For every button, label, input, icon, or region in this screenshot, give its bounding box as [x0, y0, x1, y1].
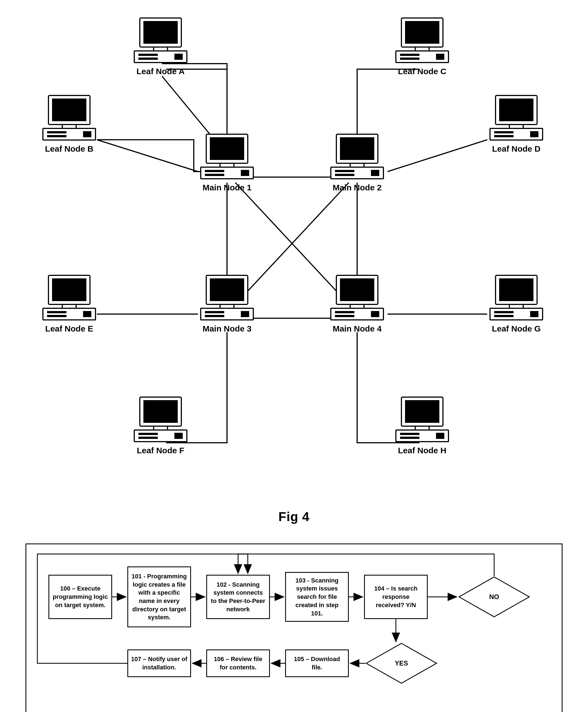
node-label: Main Node 2: [322, 183, 392, 192]
svg-rect-57: [205, 311, 224, 313]
svg-rect-64: [335, 311, 354, 313]
svg-rect-19: [52, 99, 86, 121]
svg-rect-26: [405, 22, 439, 43]
svg-rect-69: [62, 304, 76, 308]
computer-icon: [126, 17, 195, 65]
svg-rect-16: [139, 58, 158, 60]
fig4-network-diagram: Leaf Node A Leaf Node B Leaf Node C: [17, 17, 571, 501]
step-text: 107 – Notify user of installation.: [131, 655, 187, 671]
svg-rect-92: [400, 433, 419, 435]
svg-rect-94: [436, 433, 444, 439]
step-text: 106 – Review file for contents.: [210, 655, 266, 671]
svg-rect-86: [494, 315, 513, 317]
svg-rect-31: [436, 54, 444, 60]
svg-rect-66: [371, 311, 379, 317]
main-node-2: Main Node 2: [322, 133, 392, 192]
leaf-node-c: Leaf Node C: [387, 17, 457, 76]
computer-icon: [482, 94, 551, 143]
node-label: Leaf Node A: [126, 67, 195, 76]
svg-rect-30: [400, 58, 419, 60]
node-label: Main Node 3: [192, 324, 261, 333]
leaf-node-f: Leaf Node F: [126, 396, 195, 455]
step-100: 100 – Execute programming logic on targe…: [48, 575, 112, 619]
svg-line-8: [387, 140, 487, 172]
main-node-1: Main Node 1: [192, 133, 261, 192]
svg-rect-59: [241, 311, 249, 317]
node-label: Leaf Node C: [387, 67, 457, 76]
svg-rect-51: [335, 174, 354, 176]
svg-rect-17: [174, 54, 183, 60]
svg-rect-24: [83, 131, 91, 137]
step-107: 107 – Notify user of installation.: [127, 649, 191, 677]
svg-rect-15: [139, 54, 158, 56]
node-label: Leaf Node H: [387, 446, 457, 455]
svg-rect-37: [494, 135, 513, 137]
step-106: 106 – Review file for contents.: [206, 649, 270, 677]
svg-rect-34: [509, 125, 523, 128]
svg-rect-52: [371, 170, 379, 176]
svg-rect-47: [340, 138, 374, 159]
svg-rect-58: [205, 315, 224, 317]
svg-rect-83: [509, 304, 523, 308]
svg-rect-80: [174, 433, 183, 439]
svg-rect-12: [144, 22, 177, 43]
svg-rect-76: [154, 426, 167, 430]
svg-rect-43: [205, 170, 224, 172]
network-connections: [17, 17, 571, 501]
svg-rect-40: [210, 138, 244, 159]
leaf-node-e: Leaf Node E: [35, 274, 104, 333]
svg-line-7: [97, 140, 198, 172]
svg-rect-82: [500, 279, 533, 301]
step-105: 105 – Download file.: [285, 649, 349, 677]
svg-rect-22: [47, 131, 66, 133]
svg-rect-29: [400, 54, 419, 56]
svg-rect-36: [494, 131, 513, 133]
svg-rect-68: [52, 279, 86, 301]
svg-rect-45: [241, 170, 249, 176]
svg-rect-41: [220, 163, 234, 167]
step-101: 101 - Programming logic creates a file w…: [127, 566, 191, 627]
svg-rect-71: [47, 311, 66, 313]
svg-rect-23: [47, 135, 66, 137]
leaf-node-g: Leaf Node G: [482, 274, 551, 333]
computer-icon: [482, 274, 551, 322]
step-text: 103 - Scanning system issues search for …: [289, 577, 345, 617]
node-label: Main Node 4: [322, 324, 392, 333]
node-label: Leaf Node B: [35, 144, 104, 154]
svg-rect-33: [500, 99, 533, 121]
node-label: Leaf Node F: [126, 446, 195, 455]
computer-icon: [192, 274, 261, 322]
svg-rect-72: [47, 315, 66, 317]
main-node-4: Main Node 4: [322, 274, 392, 333]
fig5-flowchart: 100 – Execute programming logic on targe…: [25, 543, 563, 712]
svg-rect-78: [139, 433, 158, 435]
svg-rect-93: [400, 437, 419, 439]
computer-icon: [387, 17, 457, 65]
svg-rect-90: [415, 426, 429, 430]
decision-yes: YES: [365, 643, 437, 684]
svg-rect-73: [83, 311, 91, 317]
computer-icon: [322, 133, 392, 181]
svg-rect-38: [530, 131, 539, 137]
computer-icon: [126, 396, 195, 444]
svg-rect-20: [62, 125, 76, 128]
computer-icon: [322, 274, 392, 322]
svg-rect-27: [415, 47, 429, 51]
svg-rect-61: [340, 279, 374, 301]
svg-rect-75: [144, 401, 177, 422]
svg-rect-85: [494, 311, 513, 313]
leaf-node-a: Leaf Node A: [126, 17, 195, 76]
svg-rect-55: [220, 304, 234, 308]
leaf-node-d: Leaf Node D: [482, 94, 551, 154]
svg-rect-50: [335, 170, 354, 172]
node-label: Leaf Node D: [482, 144, 551, 154]
svg-rect-87: [530, 311, 539, 317]
step-text: 100 – Execute programming logic on targe…: [52, 584, 108, 609]
svg-rect-89: [405, 401, 439, 422]
step-text: 102 - Scanning system connects to the Pe…: [210, 581, 266, 613]
step-103: 103 - Scanning system issues search for …: [285, 572, 349, 622]
step-text: 101 - Programming logic creates a file w…: [131, 572, 187, 622]
step-text: 105 – Download file.: [289, 655, 345, 671]
main-node-3: Main Node 3: [192, 274, 261, 333]
flow-arrows: [26, 544, 562, 712]
